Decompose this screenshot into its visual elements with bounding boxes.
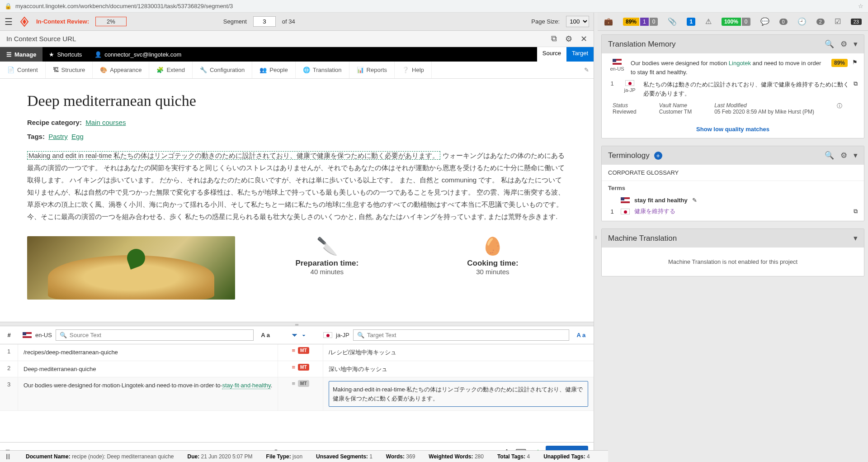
gear-icon[interactable]: ⚙ [840,151,847,160]
copy-icon[interactable]: ⧉ [854,208,858,215]
page-size-select[interactable]: 100 [566,16,589,27]
sb-due: 21 Jun 2020 5:07 PM [201,453,253,460]
horizontal-splitter[interactable]: ═ [0,322,594,326]
lingotek-logo [19,16,30,27]
preview-area: Deep mediterranean quiche Recipe categor… [0,79,594,322]
us-flag-icon [23,332,32,338]
page-title: Deep mediterranean quiche [27,92,566,110]
close-icon[interactable]: ✕ [580,34,587,44]
knife-icon: 🔪 [253,236,401,256]
toggle-target[interactable]: Target [566,47,594,62]
tm-tgt-locale: ja-JP [621,87,639,93]
drupal-user[interactable]: 👤connector_svc@lingotek.com [88,47,188,62]
tab-appearance[interactable]: 🎨 Appearance [93,62,149,78]
comment-count: 0 [779,19,788,25]
tag-pastry[interactable]: Pastry [48,133,68,140]
src-locale: en-US [35,332,52,338]
tm-vault-label: Vault Name [659,102,692,109]
tab-structure[interactable]: 🏗 Structure [46,62,93,78]
source-search-input[interactable] [70,332,250,338]
warning-icon[interactable]: ⚠ [705,17,712,26]
source-cell: Our·bodies·were·designed·for·motion·Ling… [18,377,278,410]
checklist-icon[interactable]: ☑ [835,17,841,26]
sb-tt-label: Total Tags: [497,453,525,460]
chevron-down-icon[interactable]: ▾ [854,39,858,49]
terms-header: Terms [602,181,864,195]
stats-icon[interactable]: ⫼ [5,452,12,461]
search-icon[interactable]: 🔍 [825,151,834,160]
jp-flag-icon [625,80,634,86]
row-num: 2 [0,361,18,377]
notes-icon[interactable]: ≡ [292,380,295,387]
gear-icon[interactable]: ⚙ [565,34,572,44]
tm-badge[interactable]: 89%10 [623,18,658,26]
chevron-down-icon[interactable]: ▾ [854,233,858,243]
star-icon[interactable]: ☆ [858,3,863,10]
sb-unsaved-label: Unsaved Segments: [316,453,368,460]
sb-ut-label: Unapplied Tags: [543,453,585,460]
check-count: 23 [851,19,862,25]
target-search-input[interactable] [367,332,566,338]
open-external-icon[interactable]: ⧉ [551,34,557,44]
flag-icon[interactable]: ⚑ [852,59,858,66]
show-low-quality[interactable]: Show low quality matches [602,120,864,138]
target-editor[interactable]: Making·and·edit·in·real-time·私たちの体はリンゴテッ… [329,381,588,407]
body-text: Making and edit in real-time 私たちの体はリンゴテッ… [27,149,566,223]
tab-people[interactable]: 👥 People [252,62,295,78]
cook-label: Cooking time: [419,259,567,268]
info-icon[interactable]: ⓘ [837,102,842,115]
menu-icon[interactable]: ☰ [5,16,13,27]
comment-icon[interactable]: 💬 [760,17,769,26]
segment-input[interactable] [253,16,276,27]
mt-badge: MT [298,364,309,371]
target-case-toggle[interactable]: A a [573,332,589,338]
sb-doc: recipe (node): Deep mediterranean quiche [72,453,174,460]
history-icon[interactable]: 🕘 [797,17,807,26]
tab-content[interactable]: 📄 Content [0,62,46,78]
tgt-locale: ja-JP [336,332,349,338]
tm-mod: 05 Feb 2020 8:59 AM by Mike Hurst (PM) [714,109,814,115]
edit-icon[interactable]: ✎ [692,197,697,204]
segment-row[interactable]: 2 Deep·mediterranean·quiche ≡MT 深い地中海のキッ… [0,361,594,378]
segment-row[interactable]: 1 /recipes/deep-mediterranean-quiche ≡MT… [0,344,594,361]
context-title: In Context Source URL [6,35,76,43]
segment-row-active[interactable]: 3 Our·bodies·were·designed·for·motion·Li… [0,377,594,411]
notes-icon[interactable]: ≡ [292,364,295,371]
tab-configuration[interactable]: 🔧 Configuration [193,62,252,78]
briefcase-icon[interactable]: 💼 [604,17,613,26]
add-term-button[interactable]: + [654,152,662,160]
sb-ww-label: Weighted Words: [429,453,473,460]
filter-icon[interactable]: ⏷ ▾ [278,331,319,339]
tab-translation[interactable]: 🌐 Translation [296,62,349,78]
tm-panel-title: Translation Memory [608,40,676,49]
attach-count: 1 [687,18,695,26]
search-icon[interactable]: 🔍 [825,39,834,49]
copy-icon[interactable]: ⧉ [854,80,858,87]
edit-icon[interactable]: ✎ [580,67,594,73]
tags-label: Tags: [27,133,45,140]
source-case-toggle[interactable]: A a [257,332,274,338]
tab-help[interactable]: ❔ Help [395,62,432,78]
drupal-manage[interactable]: ☰Manage [0,47,42,62]
attachment-icon[interactable]: 📎 [668,17,677,26]
toggle-source[interactable]: Source [537,47,566,62]
tm-src-locale: en-US [608,66,626,71]
tab-reports[interactable]: 📊 Reports [349,62,395,78]
notes-icon[interactable]: ≡ [292,347,295,354]
target-cell[interactable]: 深い地中海のキッシュ [323,361,594,377]
category-link[interactable]: Main courses [85,119,126,126]
tab-extend[interactable]: 🧩 Extend [149,62,192,78]
source-search[interactable]: 🔍 [56,329,254,341]
lock-icon: 🔒 [5,3,12,10]
chevron-down-icon[interactable]: ▾ [854,151,858,160]
col-number: # [0,332,18,338]
target-search[interactable]: 🔍 [353,329,570,341]
tag-egg[interactable]: Egg [71,133,84,140]
source-cell: /recipes/deep-mediterranean-quiche [18,344,278,361]
drupal-shortcuts[interactable]: ★Shortcuts [42,47,88,62]
sb-ft: json [292,453,302,460]
gear-icon[interactable]: ⚙ [840,39,847,49]
target-cell[interactable]: /レシピ/深地中海キッシュ [323,344,594,361]
vertical-splitter[interactable]: ⦀ [594,13,598,462]
row-num: 3 [0,377,18,410]
